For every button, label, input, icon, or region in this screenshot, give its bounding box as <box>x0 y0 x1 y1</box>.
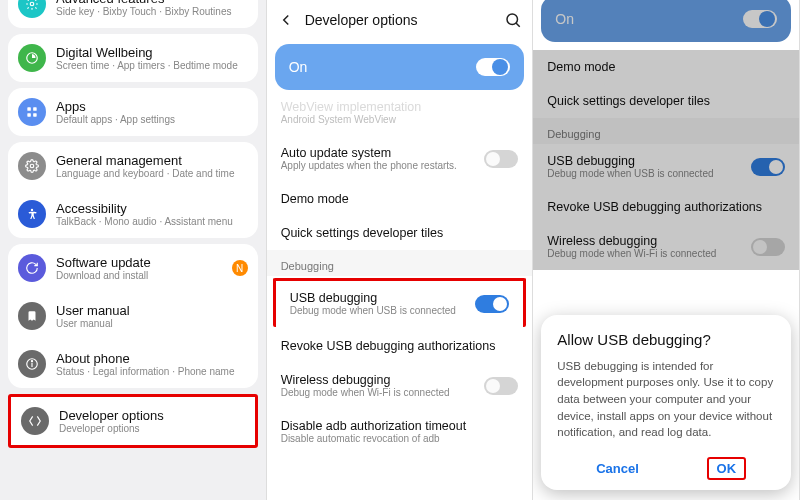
developer-icon <box>21 407 49 435</box>
developer-options-panel: Developer options On WebView implementat… <box>267 0 534 500</box>
item-title: Accessibility <box>56 201 248 216</box>
item-title: Revoke USB debugging authorizations <box>547 200 785 214</box>
list-item-demo-mode[interactable]: Demo mode <box>533 50 799 84</box>
item-title: Apps <box>56 99 248 114</box>
item-subtitle: Screen time · App timers · Bedtime mode <box>56 60 248 72</box>
item-title: Disable adb authorization timeout <box>281 419 519 433</box>
item-subtitle: Download and install <box>56 270 222 282</box>
general-icon <box>18 152 46 180</box>
page-title: Developer options <box>305 12 495 28</box>
cancel-button[interactable]: Cancel <box>586 457 649 480</box>
on-label: On <box>555 11 574 27</box>
item-subtitle: Debug mode when USB is connected <box>547 168 741 180</box>
list-item-quick-tiles[interactable]: Quick settings developer tiles <box>533 84 799 118</box>
usb-debugging-toggle[interactable] <box>751 158 785 176</box>
item-title: Demo mode <box>281 192 519 206</box>
back-icon[interactable] <box>277 11 295 29</box>
list-item-demo-mode[interactable]: Demo mode <box>267 182 533 216</box>
svg-point-6 <box>30 164 34 168</box>
settings-item-digital-wellbeing[interactable]: Digital Wellbeing Screen time · App time… <box>8 34 258 82</box>
item-title: Digital Wellbeing <box>56 45 248 60</box>
item-subtitle: Apply updates when the phone restarts. <box>281 160 475 172</box>
item-subtitle: User manual <box>56 318 248 330</box>
settings-item-accessibility[interactable]: Accessibility TalkBack · Mono audio · As… <box>8 190 258 238</box>
settings-item-about-phone[interactable]: About phone Status · Legal information ·… <box>8 340 258 388</box>
master-toggle-row[interactable]: On <box>275 44 525 90</box>
item-subtitle: Android System WebView <box>281 114 519 126</box>
item-title: Wireless debugging <box>281 373 475 387</box>
toggle[interactable] <box>484 150 518 168</box>
item-title: WebView implementation <box>281 100 519 114</box>
item-title: Wireless debugging <box>547 234 741 248</box>
on-label: On <box>289 59 308 75</box>
item-subtitle: Language and keyboard · Date and time <box>56 168 248 180</box>
settings-item-user-manual[interactable]: User manual User manual <box>8 292 258 340</box>
svg-point-7 <box>31 209 33 211</box>
list-item-wireless-debugging[interactable]: Wireless debugging Debug mode when Wi-Fi… <box>267 363 533 409</box>
item-title: Software update <box>56 255 222 270</box>
header: Developer options <box>267 0 533 40</box>
dialog-panel: On Demo mode Quick settings developer ti… <box>533 0 800 500</box>
settings-item-advanced-features[interactable]: Advanced features Side key · Bixby Touch… <box>8 0 258 28</box>
item-title: User manual <box>56 303 248 318</box>
svg-rect-2 <box>27 107 31 111</box>
developer-options-highlight: Developer options Developer options <box>8 394 258 448</box>
item-subtitle: Debug mode when Wi-Fi is connected <box>547 248 741 260</box>
svg-rect-5 <box>33 113 37 117</box>
svg-point-0 <box>30 2 34 6</box>
settings-item-developer-options[interactable]: Developer options Developer options <box>11 397 255 445</box>
ok-button[interactable]: OK <box>707 457 747 480</box>
master-toggle[interactable] <box>743 10 777 28</box>
item-title: Quick settings developer tiles <box>547 94 785 108</box>
svg-line-12 <box>516 23 520 27</box>
item-title: About phone <box>56 351 248 366</box>
list-item-quick-tiles[interactable]: Quick settings developer tiles <box>267 216 533 250</box>
wellbeing-icon <box>18 44 46 72</box>
settings-item-general-management[interactable]: General management Language and keyboard… <box>8 142 258 190</box>
toggle[interactable] <box>751 238 785 256</box>
item-subtitle: Status · Legal information · Phone name <box>56 366 248 378</box>
item-subtitle: TalkBack · Mono audio · Assistant menu <box>56 216 248 228</box>
toggle[interactable] <box>484 377 518 395</box>
item-title: Demo mode <box>547 60 785 74</box>
info-icon <box>18 350 46 378</box>
list-item-usb-debugging[interactable]: USB debugging Debug mode when USB is con… <box>273 278 527 327</box>
accessibility-icon <box>18 200 46 228</box>
list-item-disable-adb-timeout[interactable]: Disable adb authorization timeout Disabl… <box>267 409 533 455</box>
settings-item-software-update[interactable]: Software update Download and install N <box>8 244 258 292</box>
list-item[interactable]: WebView implementation Android System We… <box>267 98 533 136</box>
list-item-revoke-auth[interactable]: Revoke USB debugging authorizations <box>267 329 533 363</box>
search-icon[interactable] <box>504 11 522 29</box>
master-toggle[interactable] <box>476 58 510 76</box>
list-item-revoke-auth[interactable]: Revoke USB debugging authorizations <box>533 190 799 224</box>
item-title: Auto update system <box>281 146 475 160</box>
settings-item-apps[interactable]: Apps Default apps · App settings <box>8 88 258 136</box>
item-subtitle: Side key · Bixby Touch · Bixby Routines <box>56 6 248 18</box>
settings-list-panel: Advanced features Side key · Bixby Touch… <box>0 0 267 500</box>
list-item-wireless-debugging[interactable]: Wireless debugging Debug mode when Wi-Fi… <box>533 224 799 270</box>
item-title: Quick settings developer tiles <box>281 226 519 240</box>
master-toggle-row[interactable]: On <box>541 0 791 42</box>
list-item-usb-debugging[interactable]: USB debugging Debug mode when USB is con… <box>533 144 799 190</box>
notification-badge: N <box>232 260 248 276</box>
item-subtitle: Debug mode when USB is connected <box>290 305 466 317</box>
dialog-title: Allow USB debugging? <box>557 331 775 348</box>
item-title: USB debugging <box>547 154 741 168</box>
apps-icon <box>18 98 46 126</box>
item-title: General management <box>56 153 248 168</box>
item-title: USB debugging <box>290 291 466 305</box>
item-title: Revoke USB debugging authorizations <box>281 339 519 353</box>
svg-rect-4 <box>27 113 31 117</box>
usb-debugging-toggle[interactable] <box>475 295 509 313</box>
list-item-auto-update[interactable]: Auto update system Apply updates when th… <box>267 136 533 182</box>
advanced-icon <box>18 0 46 18</box>
svg-rect-3 <box>33 107 37 111</box>
item-subtitle: Default apps · App settings <box>56 114 248 126</box>
usb-debugging-dialog: Allow USB debugging? USB debugging is in… <box>541 315 791 490</box>
manual-icon <box>18 302 46 330</box>
update-icon <box>18 254 46 282</box>
section-header-debugging: Debugging <box>533 118 799 144</box>
svg-point-11 <box>507 14 518 25</box>
item-title: Developer options <box>59 408 245 423</box>
dialog-body: USB debugging is intended for developmen… <box>557 358 775 441</box>
